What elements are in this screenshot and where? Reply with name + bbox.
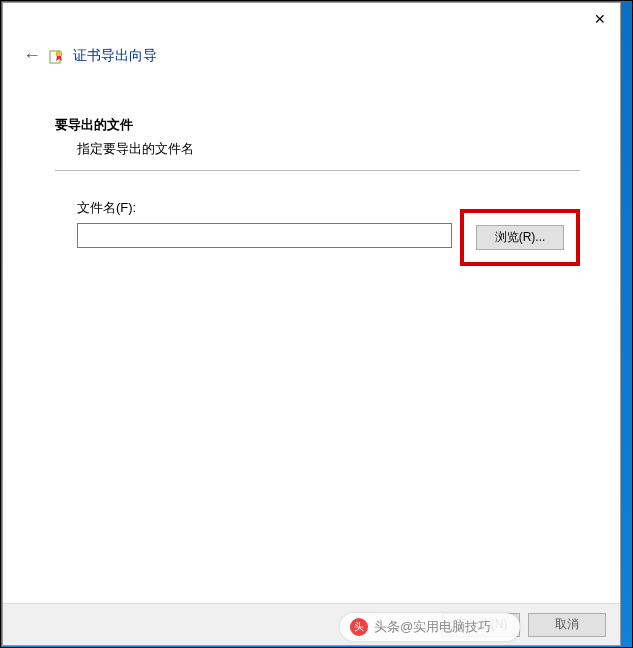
cancel-button[interactable]: 取消	[528, 613, 606, 637]
highlight-annotation: 浏览(R)...	[460, 209, 580, 266]
wizard-header: ← 证书导出向导	[3, 45, 620, 66]
divider	[55, 170, 580, 171]
watermark-text: 头条@实用电脑技巧	[374, 618, 491, 636]
filename-input[interactable]	[77, 223, 452, 248]
watermark: 头 头条@实用电脑技巧	[340, 613, 520, 641]
back-arrow-icon[interactable]: ←	[23, 45, 41, 66]
wizard-title: 证书导出向导	[73, 47, 157, 65]
wizard-footer: 下一步(N) 取消	[3, 603, 620, 645]
filename-field-block: 文件名(F): 浏览(R)...	[55, 199, 580, 266]
export-wizard-window: ✕ ← 证书导出向导 要导出的文件 指定要导出的文件名 文件名(F): 浏览(R…	[2, 2, 621, 646]
filename-row: 浏览(R)...	[77, 223, 580, 266]
browse-button[interactable]: 浏览(R)...	[476, 225, 564, 250]
certificate-icon	[49, 48, 65, 64]
close-icon[interactable]: ✕	[594, 11, 606, 27]
wizard-content: 要导出的文件 指定要导出的文件名 文件名(F): 浏览(R)...	[3, 66, 620, 266]
watermark-logo-icon: 头	[350, 618, 368, 636]
section-description: 指定要导出的文件名	[55, 140, 580, 158]
section-title: 要导出的文件	[55, 116, 580, 134]
titlebar: ✕	[3, 3, 620, 39]
